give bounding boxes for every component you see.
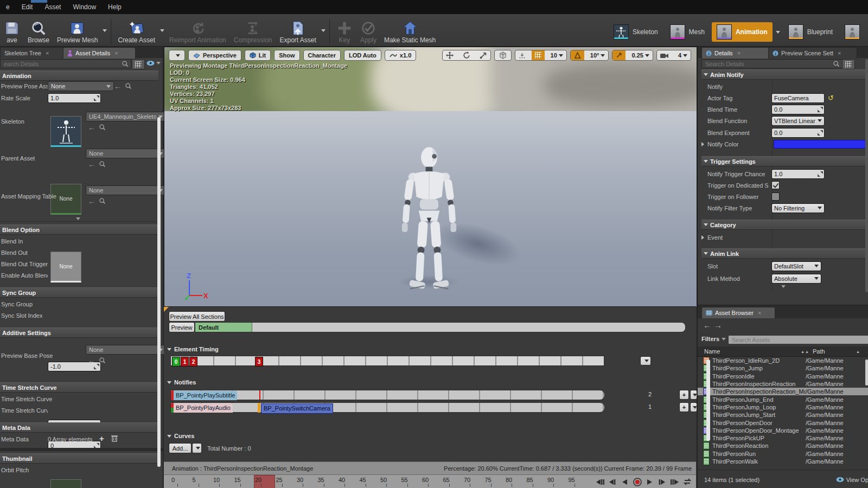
- ruler-tick[interactable]: 45: [359, 475, 380, 488]
- trigger-follower-checkbox[interactable]: [771, 192, 780, 201]
- export-asset-dropdown-icon[interactable]: [321, 29, 326, 32]
- display-filter-button[interactable]: [146, 60, 161, 66]
- ruler-tick[interactable]: 35: [317, 475, 338, 488]
- tab-asset-browser[interactable]: Asset Browser×: [701, 307, 775, 318]
- slot-combo[interactable]: DefaultSlot: [771, 261, 821, 271]
- section-default[interactable]: Default: [195, 323, 252, 332]
- mode-physics-partial[interactable]: [840, 22, 865, 42]
- reimport-animation-button[interactable]: Reimport Animation: [165, 18, 230, 46]
- ruler-tick[interactable]: 50: [379, 475, 400, 488]
- menu-help[interactable]: Help: [102, 2, 127, 12]
- step-backward-button[interactable]: [607, 477, 618, 487]
- history-forward-icon[interactable]: →: [714, 320, 722, 330]
- browse-to-asset-icon[interactable]: [125, 82, 132, 89]
- name-column-header[interactable]: Name: [698, 348, 720, 355]
- browse-to-asset-icon[interactable]: [99, 160, 106, 168]
- asset-row[interactable]: ThirdPerson_IdleRun_2D /Game/Manne: [698, 357, 868, 364]
- ruler-tick[interactable]: 15: [233, 475, 254, 488]
- use-selected-icon[interactable]: ←: [88, 357, 95, 364]
- ruler-tick[interactable]: 0: [170, 475, 192, 488]
- coordinate-system-button[interactable]: [494, 50, 512, 61]
- asset-row[interactable]: ThirdPersonReaction /Game/Manne: [698, 442, 868, 450]
- apply-button[interactable]: Apply: [356, 18, 380, 46]
- tab-preview-scene-settings[interactable]: i Preview Scene Sett×: [768, 47, 857, 59]
- menu-window[interactable]: Window: [67, 2, 102, 12]
- grid-snap-toggle[interactable]: [532, 50, 545, 60]
- play-reverse-button[interactable]: [619, 477, 630, 487]
- asset-row[interactable]: ThirdPersonInspectionReaction /Game/Mann…: [698, 380, 868, 388]
- asset-row[interactable]: ThirdPersonJump_End /Game/Manne: [698, 395, 868, 403]
- blend-exponent-field[interactable]: 0.0: [771, 128, 825, 138]
- rotation-snap-value-button[interactable]: 10°: [587, 50, 609, 60]
- section-thumbnail[interactable]: Thumbnail: [0, 453, 158, 464]
- viewport-options-button[interactable]: [169, 50, 185, 61]
- ruler-tick[interactable]: 20: [254, 475, 275, 488]
- notify-event-play-audio[interactable]: BP_PointyPlayAudio: [174, 403, 233, 413]
- browse-button[interactable]: Browse: [24, 18, 53, 46]
- track-options-button[interactable]: [690, 390, 697, 400]
- panel-splitter[interactable]: [0, 448, 163, 451]
- section-sync-group[interactable]: Sync Group: [0, 287, 158, 298]
- character-button[interactable]: Character: [303, 50, 341, 61]
- preview-pose-asset-combo[interactable]: None: [48, 81, 114, 91]
- notify-event-play-subtitle[interactable]: BP_PointyPlaySubtitle: [174, 391, 237, 400]
- close-icon[interactable]: ×: [838, 50, 841, 56]
- use-selected-icon[interactable]: ←: [88, 197, 95, 205]
- link-method-combo[interactable]: Absolute: [771, 274, 821, 284]
- tab-asset-details[interactable]: Asset Details×: [63, 47, 136, 59]
- add-curve-button[interactable]: Add...: [169, 443, 192, 453]
- scale-tool-button[interactable]: [476, 50, 490, 60]
- asset-row[interactable]: ThirdPersonOpenDoor_Montage /Game/Manne: [698, 427, 868, 434]
- ruler-tick[interactable]: 5: [192, 475, 213, 488]
- trigger-dedicated-checkbox[interactable]: [771, 181, 780, 189]
- ruler-tick[interactable]: 25: [275, 475, 296, 488]
- use-selected-icon[interactable]: ←: [88, 160, 95, 168]
- section-anim-notify[interactable]: Anim Notify: [701, 69, 867, 80]
- track-options-button[interactable]: [690, 402, 697, 412]
- asset-search-input[interactable]: [731, 336, 850, 344]
- ruler-tick[interactable]: 70: [463, 475, 484, 488]
- make-static-mesh-button[interactable]: Make Static Mesh: [380, 18, 439, 46]
- jump-to-end-button[interactable]: [669, 477, 680, 487]
- key-button[interactable]: Key: [333, 18, 356, 46]
- parent-asset-combo[interactable]: None: [86, 149, 166, 158]
- save-button[interactable]: ave: [0, 18, 24, 46]
- notify-track-1[interactable]: BP_PointyPlaySubtitle: [170, 390, 605, 400]
- rate-scale-field[interactable]: 1.0: [48, 93, 101, 103]
- preview-mesh-button[interactable]: Preview Mesh: [53, 18, 101, 46]
- ruler-tick[interactable]: 60: [421, 475, 442, 488]
- notify-color-swatch[interactable]: [774, 140, 868, 149]
- preview-button[interactable]: Preview: [169, 322, 195, 332]
- rotate-tool-button[interactable]: [459, 50, 474, 60]
- numeric-drag-icon[interactable]: [818, 107, 823, 112]
- blend-time-field[interactable]: 0.0: [771, 105, 825, 114]
- details-search[interactable]: [701, 59, 843, 68]
- asset-row[interactable]: ThirdPersonJump_Start /Game/Manne: [698, 411, 868, 419]
- tab-skeleton-tree[interactable]: Skeleton Tree×: [0, 47, 69, 59]
- property-matrix-button[interactable]: [842, 59, 855, 69]
- notify-track-2[interactable]: BP_PointyPlayAudio BP_PointySwitchCamera: [170, 402, 605, 413]
- create-asset-dropdown-icon[interactable]: [160, 29, 164, 32]
- asset-row[interactable]: ThirdPersonOpenDoor /Game/Manne: [698, 419, 868, 426]
- lod-auto-button[interactable]: LOD Auto: [344, 50, 381, 61]
- notify-marker-icon[interactable]: [258, 403, 260, 413]
- element-timing-options-button[interactable]: [640, 356, 651, 365]
- close-icon[interactable]: ×: [758, 310, 761, 316]
- grid-snap-value-button[interactable]: 10: [547, 50, 566, 60]
- section-time-stretch-curve[interactable]: Time Stretch Curve: [0, 382, 158, 393]
- playback-speed-button[interactable]: x1.0: [385, 50, 416, 61]
- mode-animation-dropdown-icon[interactable]: [776, 31, 780, 34]
- use-selected-icon[interactable]: ←: [114, 82, 122, 90]
- play-forward-button[interactable]: [644, 477, 655, 487]
- trash-icon[interactable]: [111, 434, 118, 442]
- curves-header[interactable]: Curves: [167, 433, 194, 439]
- create-asset-button[interactable]: Create Asset: [114, 18, 159, 46]
- ruler-tick[interactable]: 80: [505, 475, 526, 488]
- asset-list-scrollbar[interactable]: [706, 359, 710, 441]
- ruler-tick[interactable]: 90: [546, 475, 567, 488]
- asset-mapping-combo[interactable]: None: [86, 185, 166, 195]
- camera-speed-value-button[interactable]: 4: [675, 50, 691, 60]
- skeleton-thumbnail-box[interactable]: [50, 116, 81, 147]
- property-matrix-button[interactable]: [132, 59, 145, 69]
- preview-viewport[interactable]: Perspective Lit Show Character LOD Auto …: [164, 47, 697, 307]
